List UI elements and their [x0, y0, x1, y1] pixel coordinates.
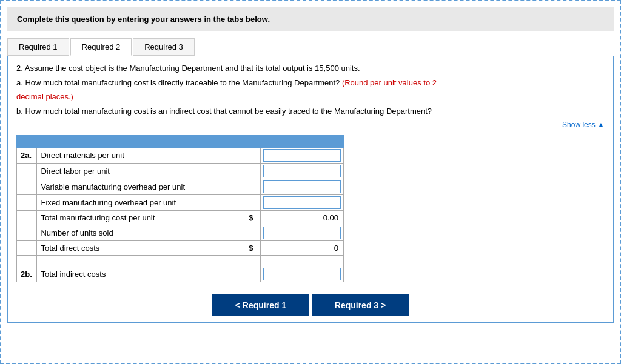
question-line1: 2. Assume the cost object is the Manufac… — [16, 62, 605, 74]
direct-labor-input[interactable] — [263, 165, 341, 177]
instruction-box: Complete this question by entering your … — [7, 7, 614, 31]
table-header-row — [17, 136, 344, 148]
table-row-2b: 2b. Total indirect costs — [17, 266, 344, 282]
total-direct-costs-value: 0 — [261, 241, 344, 256]
row-label-units-sold: Number of units sold — [37, 225, 241, 241]
tab-required2[interactable]: Required 2 — [70, 38, 132, 56]
next-button[interactable]: Required 3 > — [312, 294, 409, 316]
question-line2b: b. How much total manufacturing cost is … — [16, 105, 605, 117]
units-sold-input[interactable] — [263, 227, 341, 239]
table-row: Direct labor per unit — [17, 164, 344, 179]
table-row: Total manufacturing cost per unit $ 0.00 — [17, 211, 344, 225]
input-cell-direct-labor[interactable] — [261, 164, 344, 179]
table-row: Fixed manufacturing overhead per unit — [17, 195, 344, 211]
footer-buttons: < Required 1 Required 3 > — [16, 294, 605, 316]
table-row: Total direct costs $ 0 — [17, 241, 344, 256]
total-mfg-cost-value: 0.00 — [261, 211, 344, 225]
row-label-direct-materials: Direct materials per unit — [37, 148, 241, 164]
question-line2a: a. How much total manufacturing cost is … — [16, 77, 605, 89]
row-id-2b: 2b. — [17, 266, 37, 282]
show-less-button[interactable]: Show less ▲ — [16, 121, 605, 129]
row-label-direct-labor: Direct labor per unit — [37, 164, 241, 179]
variable-overhead-input[interactable] — [263, 180, 341, 193]
row-label-total-indirect: Total indirect costs — [37, 266, 241, 282]
tab-required3[interactable]: Required 3 — [133, 38, 195, 56]
row-label-fixed-overhead: Fixed manufacturing overhead per unit — [37, 195, 241, 211]
fixed-overhead-input[interactable] — [263, 196, 341, 209]
total-indirect-input[interactable] — [263, 268, 341, 280]
table-row: 2a. Direct materials per unit — [17, 148, 344, 164]
cost-table: 2a. Direct materials per unit Direct lab… — [16, 135, 344, 282]
tab-required1[interactable]: Required 1 — [7, 38, 69, 56]
row-id-2a: 2a. — [17, 148, 37, 164]
row-label-total-direct-costs: Total direct costs — [37, 241, 241, 256]
table-row: Variable manufacturing overhead per unit — [17, 179, 344, 195]
table-wrapper: 2a. Direct materials per unit Direct lab… — [16, 135, 344, 282]
row-label-total-mfg-cost: Total manufacturing cost per unit — [37, 211, 241, 225]
input-cell-fixed-overhead[interactable] — [261, 195, 344, 211]
spacer-row — [17, 256, 344, 266]
direct-materials-input[interactable] — [263, 149, 341, 162]
table-row: Number of units sold — [17, 225, 344, 241]
tabs-row: Required 1 Required 2 Required 3 — [7, 38, 614, 56]
content-area: 2. Assume the cost object is the Manufac… — [7, 56, 614, 323]
input-cell-units-sold[interactable] — [261, 225, 344, 241]
input-cell-direct-materials[interactable] — [261, 148, 344, 164]
instruction-text: Complete this question by entering your … — [17, 15, 270, 24]
input-cell-variable-overhead[interactable] — [261, 179, 344, 195]
row-label-variable-overhead: Variable manufacturing overhead per unit — [37, 179, 241, 195]
prev-button[interactable]: < Required 1 — [212, 294, 309, 316]
input-cell-total-indirect[interactable] — [261, 266, 344, 282]
question-line2a-cont: decimal places.) — [16, 91, 605, 103]
